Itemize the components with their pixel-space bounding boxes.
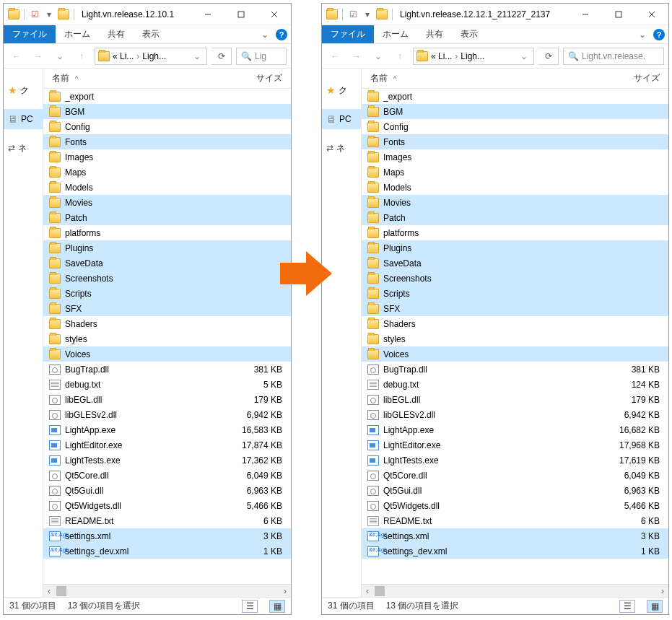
maximize-button[interactable] — [602, 4, 635, 25]
file-row[interactable]: Qt5Core.dll6,049 KB — [362, 468, 668, 483]
titlebar[interactable]: ☑ ▾ Light.vn.release.12.12.1_211227_2137 — [322, 4, 668, 25]
file-row[interactable]: Models — [43, 180, 291, 195]
tab-share[interactable]: 共有 — [99, 25, 134, 43]
sidebar-item-quick[interactable]: ★ク — [322, 80, 361, 100]
tab-file[interactable]: ファイル — [322, 25, 374, 43]
file-row[interactable]: Maps — [43, 165, 291, 180]
file-row[interactable]: styles — [362, 331, 668, 346]
tab-share[interactable]: 共有 — [417, 25, 452, 43]
column-name[interactable]: 名前^ — [362, 72, 611, 84]
qat-dropdown-icon[interactable]: ▾ — [361, 8, 374, 21]
file-row[interactable]: LightEditor.exe17,968 KB — [362, 437, 668, 453]
file-row[interactable]: Voices — [362, 346, 668, 362]
forward-button[interactable]: → — [348, 48, 365, 65]
scroll-right-icon[interactable]: › — [657, 586, 668, 596]
file-row[interactable]: Models — [362, 180, 668, 195]
file-row[interactable]: Screenshots — [43, 271, 291, 286]
column-name[interactable]: 名前^ — [43, 72, 233, 84]
file-row[interactable]: SFX — [43, 301, 291, 316]
sidebar-item-network[interactable]: ⇄ネ — [4, 138, 43, 158]
close-button[interactable] — [635, 4, 668, 25]
refresh-button[interactable]: ⟳ — [211, 48, 232, 65]
breadcrumb-part[interactable]: Ligh... — [461, 51, 484, 61]
file-row[interactable]: libGLESv2.dll6,942 KB — [43, 407, 291, 422]
file-row[interactable]: Images — [43, 149, 291, 165]
sidebar-item-pc[interactable]: 🖥PC — [4, 109, 43, 129]
file-row[interactable]: Plugins — [43, 240, 291, 256]
file-row[interactable]: LightEditor.exe17,874 KB — [43, 437, 291, 453]
column-size[interactable]: サイズ — [611, 72, 668, 84]
minimize-button[interactable] — [191, 4, 224, 25]
sidebar-item-network[interactable]: ⇄ネ — [322, 138, 361, 158]
file-row[interactable]: Qt5Gui.dll6,963 KB — [362, 483, 668, 498]
file-row[interactable]: SaveData — [43, 256, 291, 271]
scroll-left-icon[interactable]: ‹ — [362, 586, 373, 596]
file-row[interactable]: Qt5Widgets.dll5,466 KB — [43, 498, 291, 513]
check-icon[interactable]: ☑ — [346, 8, 359, 21]
back-button[interactable]: ← — [326, 48, 344, 65]
scroll-thumb[interactable] — [375, 586, 385, 596]
up-button[interactable]: ↑ — [391, 48, 409, 65]
help-button[interactable]: ? — [650, 25, 668, 43]
recent-dropdown-icon[interactable]: ⌄ — [51, 48, 69, 65]
file-row[interactable]: settings.xml3 KB — [362, 528, 668, 543]
file-row[interactable]: debug.txt124 KB — [362, 377, 668, 392]
search-input[interactable]: 🔍Light.vn.release. — [563, 48, 664, 65]
file-row[interactable]: libEGL.dll179 KB — [362, 392, 668, 407]
file-row[interactable]: Qt5Widgets.dll5,466 KB — [362, 498, 668, 513]
file-row[interactable]: Shaders — [362, 316, 668, 331]
qat-dropdown-icon[interactable]: ▾ — [43, 8, 56, 21]
file-row[interactable]: Voices — [43, 346, 291, 362]
sidebar-item-quick[interactable]: ★ク — [4, 80, 43, 100]
file-row[interactable]: Patch — [362, 210, 668, 225]
file-row[interactable]: settings.xml3 KB — [43, 528, 291, 543]
file-row[interactable]: Qt5Core.dll6,049 KB — [43, 468, 291, 483]
close-button[interactable] — [258, 4, 291, 25]
file-row[interactable]: _export — [362, 89, 668, 104]
scroll-left-icon[interactable]: ‹ — [43, 586, 55, 596]
file-row[interactable]: LightTests.exe17,362 KB — [43, 453, 291, 468]
file-row[interactable]: _export — [43, 89, 291, 104]
maximize-button[interactable] — [224, 4, 258, 25]
file-row[interactable]: Fonts — [362, 134, 668, 149]
ribbon-expand-icon[interactable]: ⌄ — [635, 25, 650, 43]
file-row[interactable]: Config — [362, 119, 668, 134]
file-row[interactable]: BGM — [43, 104, 291, 119]
ribbon-expand-icon[interactable]: ⌄ — [258, 25, 272, 43]
sidebar-item-pc[interactable]: 🖥PC — [322, 109, 361, 129]
breadcrumb-part[interactable]: « Li... — [113, 51, 134, 61]
file-row[interactable]: Screenshots — [362, 271, 668, 286]
icons-view-button[interactable]: ▦ — [269, 600, 285, 613]
refresh-button[interactable]: ⟳ — [538, 48, 559, 65]
titlebar[interactable]: ☑ ▾ Light.vn.release.12.10.1 — [4, 4, 291, 25]
back-button[interactable]: ← — [8, 48, 25, 65]
file-row[interactable]: Movies — [43, 195, 291, 210]
file-row[interactable]: BugTrap.dll381 KB — [43, 362, 291, 377]
file-row[interactable]: Plugins — [362, 240, 668, 256]
recent-dropdown-icon[interactable]: ⌄ — [370, 48, 387, 65]
details-view-button[interactable]: ☰ — [242, 600, 258, 613]
icons-view-button[interactable]: ▦ — [647, 600, 663, 613]
file-row[interactable]: BugTrap.dll381 KB — [362, 362, 668, 377]
file-row[interactable]: SFX — [362, 301, 668, 316]
minimize-button[interactable] — [569, 4, 602, 25]
breadcrumb-part[interactable]: Ligh... — [142, 51, 166, 61]
tab-home[interactable]: ホーム — [56, 25, 99, 43]
file-row[interactable]: settings_dev.xml1 KB — [362, 543, 668, 559]
horizontal-scrollbar[interactable]: ‹› — [362, 584, 668, 597]
column-headers[interactable]: 名前^ サイズ — [43, 69, 291, 89]
up-button[interactable]: ↑ — [73, 48, 90, 65]
file-row[interactable]: debug.txt5 KB — [43, 377, 291, 392]
file-row[interactable]: Patch — [43, 210, 291, 225]
file-list[interactable]: _exportBGMConfigFontsImagesMapsModelsMov… — [362, 89, 668, 584]
file-row[interactable]: styles — [43, 331, 291, 346]
scroll-thumb[interactable] — [56, 586, 66, 596]
search-input[interactable]: 🔍Lig — [236, 48, 287, 65]
file-row[interactable]: Scripts — [362, 286, 668, 301]
tab-file[interactable]: ファイル — [4, 25, 56, 43]
file-row[interactable]: README.txt6 KB — [43, 513, 291, 528]
breadcrumb[interactable]: « Li... › Ligh... ⌄ — [95, 48, 207, 65]
chevron-right-icon[interactable]: › — [136, 51, 139, 61]
file-row[interactable]: platforms — [43, 225, 291, 240]
file-row[interactable]: LightApp.exe16,682 KB — [362, 422, 668, 437]
